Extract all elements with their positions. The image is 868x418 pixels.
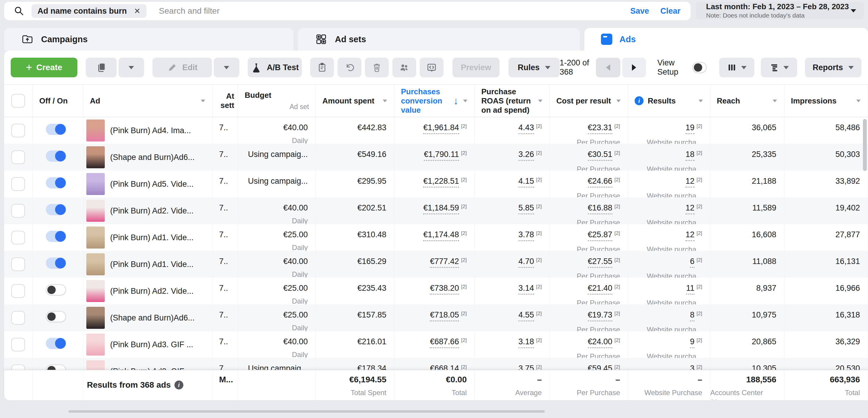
table-footer: Results from 368 ads i M... €6,194.55Tot… (4, 370, 868, 400)
prev-page-button[interactable] (596, 58, 620, 77)
create-button[interactable]: + Create (11, 58, 78, 77)
delete-icon-button[interactable] (365, 58, 389, 77)
ad-thumbnail (86, 253, 105, 275)
view-setup-toggle[interactable] (692, 62, 707, 73)
remove-filter-icon[interactable]: ✕ (134, 6, 141, 16)
ad-name[interactable]: (Pink Burn) Ad4. Ima... (110, 126, 191, 135)
row-checkbox[interactable] (11, 338, 25, 351)
row-checkbox[interactable] (11, 204, 25, 218)
clipboard-icon-button[interactable] (310, 58, 334, 77)
info-icon[interactable]: i (175, 381, 183, 389)
footer-empty-toggle (33, 370, 83, 400)
tab-adsets-label: Ad sets (335, 34, 366, 44)
row-checkbox[interactable] (11, 284, 25, 298)
status-toggle[interactable] (46, 177, 66, 188)
header-reach[interactable]: Reach (710, 85, 784, 117)
header-amount-spent[interactable]: Amount spent (316, 85, 395, 117)
cpr-cell: €27.55[2]Per Purchase (550, 251, 628, 278)
status-toggle[interactable] (46, 338, 66, 349)
horizontal-scrollbar[interactable] (68, 410, 545, 413)
ad-name[interactable]: (Pink Burn) Ad3. GIF ... (110, 367, 193, 370)
header-results[interactable]: i Results (628, 85, 710, 117)
results-cell: 9[2]Website purcha... (628, 331, 710, 358)
breakdown-button[interactable] (761, 58, 797, 77)
pixel-icon-button[interactable] (420, 58, 443, 77)
reports-button[interactable]: Reports (805, 58, 862, 77)
amount-spent-cell: €157.85 (316, 305, 395, 331)
status-toggle[interactable] (46, 364, 66, 370)
ad-name[interactable]: (Pink Burn) Ad1. Vide... (110, 260, 193, 269)
ad-name[interactable]: (Shape and Burn)Ad6... (110, 313, 195, 322)
date-range-selector[interactable]: Last month: Feb 1, 2023 – Feb 28, 2023 N… (696, 1, 864, 19)
header-ad[interactable]: Ad (83, 85, 213, 117)
row-checkbox[interactable] (11, 257, 25, 271)
pcv-cell: €738.20[2] (395, 278, 475, 305)
status-toggle[interactable] (46, 311, 66, 322)
header-cost-per-result[interactable]: Cost per result (550, 85, 628, 117)
ab-test-button[interactable]: A/B Test (248, 58, 302, 77)
info-icon[interactable]: i (634, 96, 644, 105)
header-purchases-conversion-value[interactable]: Purchases conversion value ↓ (395, 85, 475, 117)
row-checkbox[interactable] (11, 150, 25, 164)
table-row: (Shape and Burn)Ad6... 7.. Using campaig… (4, 144, 868, 171)
row-checkbox[interactable] (11, 231, 25, 244)
tab-campaigns[interactable]: Campaigns (4, 28, 293, 50)
roas-cell: 3.14[2] (475, 278, 550, 305)
duplicate-menu-button[interactable] (119, 58, 144, 77)
ad-name[interactable]: (Pink Burn) Ad1. Vide... (110, 233, 193, 242)
impressions-cell: 58,486 (784, 117, 868, 144)
preview-button[interactable]: Preview (453, 58, 499, 77)
ad-name[interactable]: (Shape and Burn)Ad6... (110, 153, 195, 162)
tab-ads[interactable]: Ads (584, 28, 868, 50)
select-all-checkbox[interactable] (11, 94, 25, 108)
ad-name[interactable]: (Pink Burn) Ad5. Vide... (110, 180, 193, 189)
status-toggle[interactable] (46, 150, 66, 162)
edit-button[interactable]: Edit (152, 58, 212, 77)
undo-icon-button[interactable] (338, 58, 361, 77)
next-page-button[interactable] (622, 58, 646, 77)
status-toggle[interactable] (46, 257, 66, 269)
header-purchase-roas[interactable]: Purchase ROAS (return on ad spend) (475, 85, 550, 117)
cpr-cell: €24.00[2]Per Purchase (550, 331, 628, 358)
ad-name[interactable]: (Pink Burn) Ad3. GIF ... (110, 340, 193, 349)
search-input[interactable]: Search and filter (159, 6, 630, 16)
reach-cell: 20,865 (710, 331, 784, 358)
save-filter-link[interactable]: Save (630, 6, 649, 16)
tab-adsets[interactable]: Ad sets (298, 28, 580, 50)
status-toggle[interactable] (46, 204, 66, 215)
amount-spent-cell: €202.51 (316, 198, 395, 224)
vertical-scrollbar[interactable] (863, 119, 867, 171)
clear-filter-link[interactable]: Clear (660, 6, 680, 16)
row-checkbox[interactable] (11, 124, 25, 137)
pcv-cell: €1,790.11[2] (395, 144, 475, 171)
edit-menu-button[interactable] (214, 58, 239, 77)
roas-cell: 3.18[2] (475, 331, 550, 358)
roas-cell: 3.26[2] (475, 144, 550, 171)
row-checkbox[interactable] (11, 177, 25, 191)
budget-cell: €40.00Daily (238, 251, 316, 278)
table-row: (Pink Burn) Ad2. Vide... 7.. €40.00Daily… (4, 198, 868, 224)
ad-name[interactable]: (Pink Burn) Ad2. Vide... (110, 206, 193, 215)
header-attribution[interactable]: Atsett (213, 85, 238, 117)
amount-spent-cell: €295.95 (316, 171, 395, 198)
filter-chip[interactable]: Ad name contains burn ✕ (32, 4, 147, 18)
date-range-label: Last month: Feb 1, 2023 – Feb 28, 2023 (706, 2, 864, 11)
header-impressions[interactable]: Impressions (784, 85, 868, 117)
columns-button[interactable] (719, 58, 754, 77)
status-toggle[interactable] (46, 124, 66, 135)
search-bar[interactable]: Ad name contains burn ✕ Search and filte… (4, 2, 690, 20)
results-cell: 12[2]Website purcha... (628, 198, 710, 224)
impressions-cell: 16,318 (784, 305, 868, 331)
duplicate-button[interactable] (86, 58, 117, 77)
roas-cell: 4.15[2] (475, 171, 550, 198)
audience-icon-button[interactable] (392, 58, 416, 77)
row-checkbox[interactable] (11, 311, 25, 325)
rules-button[interactable]: Rules (508, 58, 560, 77)
status-toggle[interactable] (46, 284, 66, 295)
ad-name[interactable]: (Pink Burn) Ad2. Vide... (110, 287, 193, 296)
impressions-cell: 50,303 (784, 144, 868, 171)
row-checkbox[interactable] (11, 364, 25, 370)
header-budget[interactable]: Budget Ad set (238, 85, 316, 117)
status-toggle[interactable] (46, 231, 66, 242)
header-off-on: Off / On (33, 85, 83, 117)
